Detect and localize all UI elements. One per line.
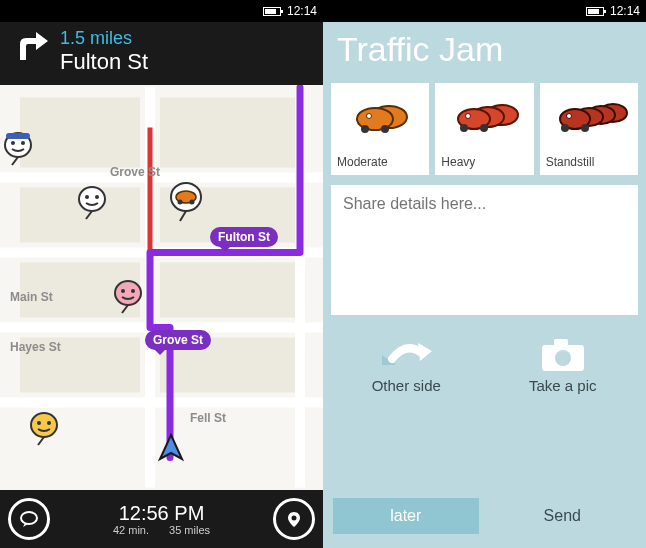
status-time: 12:14 xyxy=(610,4,640,18)
svg-point-28 xyxy=(47,421,51,425)
severity-moderate[interactable]: Moderate xyxy=(331,83,429,175)
cars-icon xyxy=(444,83,524,155)
eta-panel[interactable]: 12:56 PM 42 min. 35 miles xyxy=(113,502,210,536)
svg-point-43 xyxy=(460,124,468,132)
svg-rect-19 xyxy=(6,133,30,139)
svg-point-39 xyxy=(367,114,372,119)
route-bubble-fulton[interactable]: Fulton St xyxy=(210,227,278,247)
take-pic-button[interactable]: Take a pic xyxy=(488,333,639,394)
svg-point-21 xyxy=(85,195,89,199)
svg-point-27 xyxy=(37,421,41,425)
eta-duration: 42 min. xyxy=(113,524,149,536)
battery-icon xyxy=(586,7,604,16)
nav-distance: 1.5 miles xyxy=(60,28,148,49)
svg-rect-6 xyxy=(160,263,300,318)
svg-point-37 xyxy=(361,125,369,133)
severity-label: Standstill xyxy=(540,155,595,169)
eta-distance: 35 miles xyxy=(169,524,210,536)
nav-street: Fulton St xyxy=(60,49,148,75)
cars-icon xyxy=(547,83,631,155)
status-bar: 12:14 xyxy=(0,0,323,22)
cars-icon xyxy=(345,83,415,155)
svg-rect-54 xyxy=(554,339,568,347)
svg-point-45 xyxy=(466,114,471,119)
camera-icon xyxy=(488,333,639,377)
svg-point-23 xyxy=(115,281,141,305)
svg-point-31 xyxy=(178,200,183,205)
svg-point-22 xyxy=(95,195,99,199)
svg-point-55 xyxy=(555,350,571,366)
send-button[interactable]: Send xyxy=(489,498,637,534)
wazer-icon[interactable] xyxy=(28,411,60,449)
severity-label: Moderate xyxy=(331,155,388,169)
bottom-bar: 12:56 PM 42 min. 35 miles xyxy=(0,490,323,548)
current-location-cursor xyxy=(158,433,184,467)
action-label: Other side xyxy=(331,377,482,394)
turn-right-icon xyxy=(10,30,50,74)
svg-point-33 xyxy=(21,512,37,524)
svg-point-51 xyxy=(581,124,589,132)
svg-point-32 xyxy=(190,200,195,205)
svg-point-20 xyxy=(79,187,105,211)
route-bubble-grove[interactable]: Grove St xyxy=(145,330,211,350)
swap-arrows-icon xyxy=(331,333,482,377)
wazer-icon[interactable] xyxy=(112,279,144,317)
svg-point-17 xyxy=(11,141,15,145)
phone-report: 12:14 Traffic Jam Moderate xyxy=(323,0,646,548)
recenter-button[interactable] xyxy=(273,498,315,540)
battery-icon xyxy=(263,7,281,16)
street-label-grove: Grove St xyxy=(110,165,160,179)
svg-point-34 xyxy=(291,516,296,521)
arrival-time: 12:56 PM xyxy=(113,502,210,524)
severity-label: Heavy xyxy=(435,155,475,169)
svg-point-52 xyxy=(566,114,571,119)
traffic-report-pin[interactable] xyxy=(168,181,204,223)
status-time: 12:14 xyxy=(287,4,317,18)
map-view[interactable]: Grove St Main St Hayes St Fell St Fulton… xyxy=(0,85,323,490)
page-title: Traffic Jam xyxy=(323,22,646,83)
svg-rect-1 xyxy=(20,98,140,168)
street-label-main: Main St xyxy=(10,290,53,304)
svg-point-26 xyxy=(31,413,57,437)
bottom-buttons: later Send xyxy=(323,498,646,548)
street-label-fell: Fell St xyxy=(190,411,226,425)
nav-instruction-text: 1.5 miles Fulton St xyxy=(60,28,148,75)
details-input[interactable] xyxy=(331,185,638,315)
svg-point-44 xyxy=(480,124,488,132)
severity-standstill[interactable]: Standstill xyxy=(540,83,638,175)
wazer-icon[interactable] xyxy=(2,131,34,169)
status-bar: 12:14 xyxy=(323,0,646,22)
nav-instruction-banner[interactable]: 1.5 miles Fulton St xyxy=(0,22,323,85)
svg-rect-2 xyxy=(160,98,300,168)
svg-point-38 xyxy=(381,125,389,133)
action-label: Take a pic xyxy=(488,377,639,394)
svg-point-50 xyxy=(561,124,569,132)
actions-row: Other side Take a pic xyxy=(323,315,646,394)
later-button[interactable]: later xyxy=(333,498,479,534)
wazer-icon[interactable] xyxy=(76,185,108,223)
svg-point-24 xyxy=(121,289,125,293)
street-label-hayes: Hayes St xyxy=(10,340,61,354)
svg-point-18 xyxy=(21,141,25,145)
svg-point-25 xyxy=(131,289,135,293)
phone-navigation: 12:14 1.5 miles Fulton St xyxy=(0,0,323,548)
other-side-button[interactable]: Other side xyxy=(331,333,482,394)
reports-button[interactable] xyxy=(8,498,50,540)
severity-row: Moderate Heavy xyxy=(323,83,646,175)
severity-heavy[interactable]: Heavy xyxy=(435,83,533,175)
